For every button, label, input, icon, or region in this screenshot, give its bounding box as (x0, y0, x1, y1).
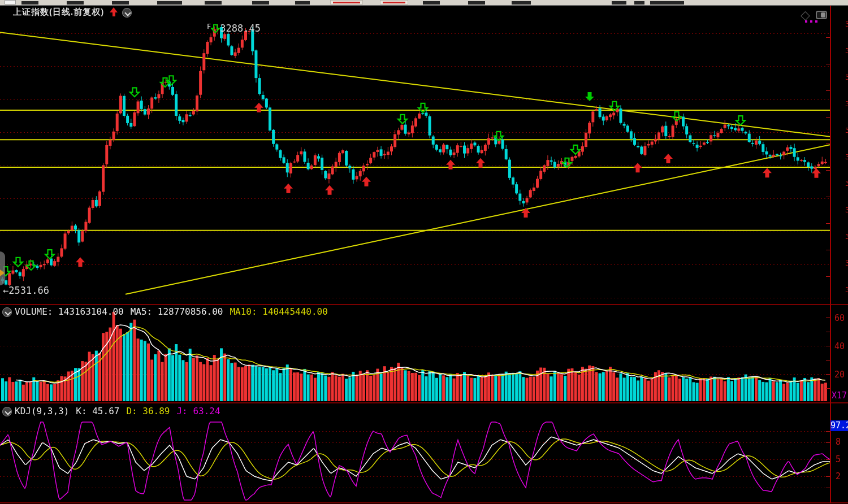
volume-value: 143163104.00 (58, 306, 124, 317)
d-label: D: (126, 406, 137, 416)
app-icon[interactable] (5, 0, 16, 5)
menu-item-stub[interactable] (252, 1, 269, 5)
j-label: J: (176, 406, 187, 416)
d-value: 36.89 (142, 406, 170, 416)
menu-item-stub[interactable] (512, 1, 531, 5)
chevron-down-icon[interactable] (122, 8, 132, 18)
chart-canvas[interactable] (0, 0, 848, 504)
menu-bar (0, 0, 848, 6)
menu-item-stub[interactable] (157, 1, 182, 5)
volume-axis-20: 20 (834, 370, 845, 380)
chevron-down-icon[interactable] (2, 407, 12, 416)
menu-item-stub[interactable] (423, 1, 440, 5)
j-value: 63.24 (193, 406, 220, 416)
volume-axis-40: 40 (834, 341, 845, 351)
magenta-dot-icon (815, 20, 817, 23)
magenta-dot-icon (805, 20, 807, 23)
menu-item-red-stub[interactable] (330, 0, 363, 5)
volume-axis-60: 60 (834, 313, 845, 323)
volume-unit-label: X17 (832, 390, 847, 401)
chevron-down-icon[interactable] (2, 307, 12, 317)
menu-item-stub[interactable] (295, 1, 310, 5)
menu-item-stub[interactable] (634, 1, 644, 5)
trading-app-window: { "main_chart": { "title": "上证指数(日线.前复权)… (0, 0, 848, 504)
pane-drag-handle[interactable] (0, 251, 5, 285)
menu-item-stub[interactable] (21, 1, 38, 5)
orange-pointer-icon (0, 270, 5, 276)
chart-title: 上证指数(日线.前复权) (13, 7, 104, 18)
ma10-label: MA10: (230, 306, 257, 317)
kdj-axis-20: 2 (836, 471, 841, 481)
ma10-value: 140445440.00 (262, 306, 328, 317)
panel-layout-icon[interactable] (816, 11, 827, 19)
sell-arrow-icon (211, 24, 220, 33)
volume-header: VOLUME: 143163104.00MA5: 128770856.00MA1… (15, 306, 328, 317)
ma5-label: MA5: (131, 306, 153, 317)
low-price-label: ←2531.66 (3, 285, 49, 296)
kdj-label: KDJ(9,3,3) (15, 406, 69, 416)
menu-item-red-stub[interactable] (380, 0, 408, 5)
kdj-axis-80: 8 (836, 437, 841, 447)
menu-item-stub[interactable] (612, 1, 626, 5)
menu-item-stub[interactable] (468, 1, 485, 5)
kdj-highlight-value: 97.2 (830, 420, 848, 431)
magenta-dot-icon (810, 20, 812, 23)
menu-item-stub[interactable] (205, 1, 222, 5)
ma5-value: 128770856.00 (158, 306, 223, 317)
volume-label: VOLUME: (15, 306, 53, 317)
menu-item-stub[interactable] (112, 1, 129, 5)
high-price-label: F3288.45 (207, 23, 261, 34)
menu-item-stub[interactable] (67, 1, 84, 5)
kdj-axis-50: 5 (836, 454, 841, 464)
k-label: K: (76, 406, 86, 416)
k-value: 45.67 (92, 406, 119, 416)
kdj-header: KDJ(9,3,3)K: 45.67D: 36.89J: 63.24 (15, 406, 220, 416)
menu-item-stub[interactable] (650, 1, 684, 5)
